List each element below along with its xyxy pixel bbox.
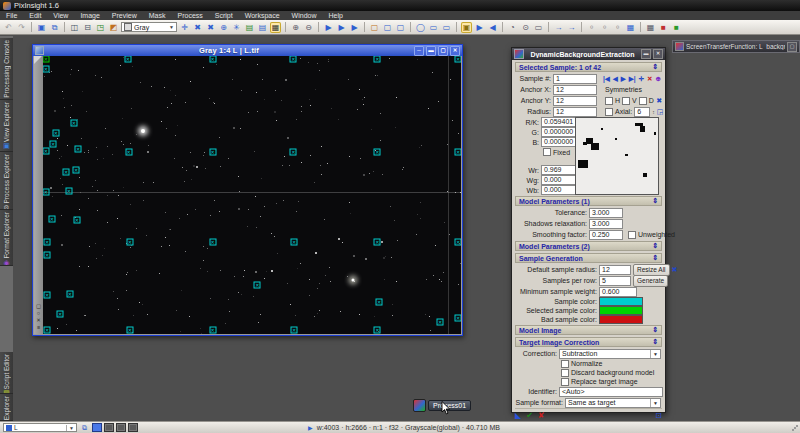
forward-history-icon[interactable]: → (553, 22, 564, 33)
open-process-icon[interactable]: ▤ (257, 22, 268, 33)
resize-sample-icon[interactable]: ◲ (657, 108, 664, 116)
section-selected-sample[interactable]: Selected Sample: 1 of 42 ⇕ (515, 62, 662, 72)
g-field[interactable]: 0.000000 (541, 127, 579, 137)
new-image-icon[interactable]: ▣ (36, 22, 47, 33)
sample-marker[interactable]: ✕ (75, 145, 82, 152)
first-sample-button[interactable]: |◀ (603, 75, 610, 83)
split-horizontal-icon[interactable]: ◫ (69, 22, 80, 33)
radius-field[interactable]: 12 (553, 107, 597, 117)
sample-marker-selected[interactable]: ✕ (43, 56, 49, 63)
process-instance-icon[interactable] (413, 399, 426, 412)
section-model-parameters-2[interactable]: Model Parameters (2) ⇕ (515, 241, 662, 251)
zoom-to-fit-icon[interactable]: ▢ (382, 22, 393, 33)
sample-marker[interactable]: ✕ (455, 239, 461, 246)
collapse-icon[interactable]: ⇕ (652, 197, 658, 205)
sample-marker[interactable]: ✕ (70, 119, 77, 126)
image-window-side-strip[interactable]: ▢○✕≡ (34, 56, 43, 334)
collapse-icon[interactable]: ⇕ (652, 326, 658, 334)
sidebar-tab-process-explorer[interactable]: Process Explorer⚙ (0, 152, 13, 210)
menu-mask[interactable]: Mask (143, 11, 172, 20)
view-mode-icon[interactable]: ○ (37, 310, 40, 316)
sample-marker[interactable]: ✕ (374, 327, 381, 334)
fixed-checkbox[interactable] (543, 148, 551, 156)
sample-marker[interactable]: ✕ (291, 327, 298, 334)
menu-help[interactable]: Help (323, 11, 349, 20)
sample-marker[interactable]: ✕ (65, 188, 72, 195)
apply-symmetry-icon[interactable]: ✖ (656, 97, 662, 105)
section-sample-generation[interactable]: Sample Generation ⇕ (515, 253, 662, 263)
sidebar-tab-script-editor[interactable]: Script Editor▤ (0, 352, 13, 394)
image-window-titlebar[interactable]: Gray 1:4 L | L.tif ─ ▬ ▢ ✕ (33, 45, 462, 56)
sample-marker[interactable]: ✕ (66, 291, 73, 298)
correction-select[interactable]: Subtraction ▼ (559, 349, 661, 359)
sidebar-tab-view-explorer[interactable]: View Explorer▣ (0, 100, 13, 152)
zoom-1-1-icon[interactable]: ▶ (323, 22, 334, 33)
axial-field[interactable]: 6 (634, 107, 650, 117)
sample-marker[interactable]: ✕ (44, 252, 51, 259)
axial-spinner[interactable]: ↕ (652, 109, 655, 115)
sample-marker[interactable]: ✕ (437, 319, 444, 326)
b-field[interactable]: 0.000000 (541, 137, 579, 147)
menu-edit[interactable]: Edit (23, 11, 47, 20)
tolerance-field[interactable]: 3.000 (589, 208, 623, 218)
grid-active-icon[interactable]: ▦ (625, 22, 636, 33)
sample-format-select[interactable]: Same as target ▼ (565, 398, 661, 408)
zoom-out-fast-icon[interactable]: ▶ (349, 22, 360, 33)
view-mode-icons[interactable]: ▢○✕≡ (34, 303, 43, 330)
stf-window[interactable]: ScreenTransferFunction: L_background ▢ (672, 40, 800, 53)
track-view-icon[interactable]: ✛ (179, 22, 190, 33)
sample-marker[interactable]: ✕ (290, 56, 297, 63)
default-sample-radius-field[interactable]: 12 (599, 265, 631, 275)
sample-marker[interactable]: ✕ (48, 216, 55, 223)
anchor-y-field[interactable]: 12 (553, 96, 597, 106)
sym-d-checkbox[interactable] (639, 97, 647, 105)
readout-probe-icon[interactable]: ⊙ (520, 22, 531, 33)
red-channel-icon[interactable]: ■ (658, 22, 669, 33)
active-readout-icon[interactable]: ▣ (461, 22, 472, 33)
cancel-button[interactable]: ✘ (538, 411, 545, 420)
previous-view-icon[interactable]: ◀ (487, 22, 498, 33)
replace-target-image-checkbox[interactable] (561, 378, 569, 386)
sym-h-checkbox[interactable] (605, 97, 613, 105)
fit-image-icon[interactable]: ✖ (205, 22, 216, 33)
rk-field[interactable]: 0.059401 (541, 117, 579, 127)
sample-marker[interactable]: ✕ (290, 148, 297, 155)
display-mode-button-4[interactable] (128, 423, 138, 432)
sample-number-field[interactable]: 1 (553, 74, 597, 84)
sample-marker[interactable]: ✕ (126, 327, 133, 334)
resize-grip[interactable] (792, 425, 798, 431)
section-model-image[interactable]: Model Image ⇕ (515, 325, 662, 335)
sample-marker[interactable]: ✕ (209, 327, 216, 334)
collapse-icon[interactable]: ⇕ (652, 338, 658, 346)
dbe-shade-button[interactable]: ▬ (641, 49, 651, 59)
zoom-in-icon[interactable]: ⊕ (290, 22, 301, 33)
mode-c-icon[interactable]: ⚬ (612, 22, 623, 33)
tile-windows-icon[interactable]: ◳ (95, 22, 106, 33)
section-target-image-correction[interactable]: Target Image Correction ⇕ (515, 337, 662, 347)
resize-all-button[interactable]: Resize All (633, 264, 670, 276)
pan-mode-icon[interactable]: ▭ (428, 22, 439, 33)
sample-marker[interactable]: ✕ (44, 239, 51, 246)
sample-marker[interactable]: ✕ (44, 292, 51, 299)
selected-sample-color-swatch[interactable] (599, 306, 643, 315)
duplicate-image-icon[interactable]: ⧉ (49, 22, 60, 33)
optimal-zoom-icon[interactable]: ▢ (395, 22, 406, 33)
screen-transfer-icon[interactable]: ▦ (270, 22, 281, 33)
probe-icon[interactable]: ◔ (507, 22, 518, 33)
view-mode-icon[interactable]: ≡ (37, 324, 40, 330)
fit-view-icon[interactable]: ✖ (192, 22, 203, 33)
view-properties-icon[interactable]: ⧉ (80, 423, 89, 432)
generate-button[interactable]: Generate (633, 275, 668, 287)
shadows-relaxation-field[interactable]: 3.000 (589, 219, 623, 229)
sidebar-tab-format-explorer[interactable]: Format Explorer◉ (0, 210, 13, 266)
discard-background-model-checkbox[interactable] (561, 369, 569, 377)
sample-color-swatch[interactable] (599, 297, 643, 306)
collapse-icon[interactable]: ⇕ (652, 63, 658, 71)
undo-icon[interactable]: ↶ (3, 22, 14, 33)
maximize-window-button[interactable]: ▢ (438, 46, 448, 56)
display-mode-button-2[interactable] (104, 423, 114, 432)
move-sample-button[interactable]: ✛ (639, 75, 644, 83)
dbe-titlebar[interactable]: DynamicBackgroundExtraction ▬ ✕ (512, 48, 665, 60)
section-model-parameters-1[interactable]: Model Parameters (1) ⇕ (515, 196, 662, 206)
wr-field[interactable]: 0.969 (541, 165, 579, 175)
